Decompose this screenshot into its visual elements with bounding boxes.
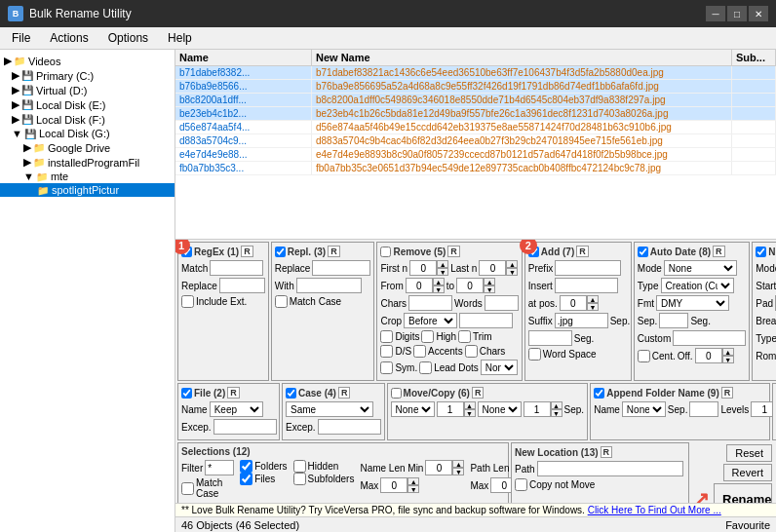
appendfolder-checkbox[interactable] [594,388,604,399]
regex-r-badge[interactable]: R [241,246,253,257]
selections-namelen-down[interactable]: ▼ [452,468,464,475]
selections-folders-check[interactable] [240,460,252,473]
tree-item-spotlight[interactable]: 📁spotlightPictur [0,183,175,197]
repl-r-badge[interactable]: R [328,246,340,257]
remove-chars-input[interactable] [408,295,452,311]
rename-button[interactable]: Rename [714,483,772,503]
autodate-off-input[interactable] [695,348,722,363]
remove-to-down[interactable]: ▼ [484,285,495,293]
movecopy-spin2-down[interactable]: ▼ [551,409,563,417]
remove-sym-check[interactable] [380,361,393,374]
tree-panel[interactable]: ▶📁Videos ▶💾Primary (C:) ▶💾Virtual (D:) ▶… [0,50,175,532]
tree-item-videos[interactable]: ▶📁Videos [0,54,175,68]
remove-crop-select[interactable]: BeforeAfter [404,313,457,328]
remove-lead-check[interactable] [419,361,432,374]
remove-digits-check[interactable] [380,330,393,343]
add-prefix-input[interactable] [555,260,621,276]
case-excep-input[interactable] [318,419,381,435]
add-atpos-down[interactable]: ▼ [587,303,599,311]
regex-include-ext-check[interactable] [181,295,194,308]
table-row[interactable]: fb0a7bb35c3... fb0a7bb35c3e0651d37b94ec5… [175,162,776,175]
add-atpos-up[interactable]: ▲ [587,295,599,303]
remove-first-up[interactable]: ▲ [437,260,448,268]
repl-with-input[interactable] [296,278,362,293]
tree-item-installed[interactable]: ▶📁installedProgramFil [0,155,175,170]
movecopy-spin2[interactable] [524,401,551,417]
movecopy-r-badge[interactable]: R [472,387,485,399]
table-row[interactable]: d56e874aa5f4... d56e874aa5f46b49e15ccdd6… [175,121,776,134]
case-checkbox[interactable] [286,388,296,399]
remove-checkbox[interactable] [380,247,391,257]
remove-r-badge[interactable]: R [447,246,460,257]
table-row[interactable]: b76ba9e8566... b76ba9e856695a52a4d68a8c9… [175,80,776,94]
appendfolder-sep-input[interactable] [689,401,718,417]
remove-high-check[interactable] [421,330,434,343]
revert-button[interactable]: Revert [723,464,772,481]
tree-item-mte[interactable]: ▼📁mte [0,170,175,183]
movecopy-spin2-up[interactable]: ▲ [551,401,563,409]
add-sep2-input[interactable] [528,330,572,346]
remove-trim-check[interactable] [458,330,471,343]
remove-words-input[interactable] [485,295,519,311]
add-r-badge[interactable]: R [576,246,589,257]
remove-ds-check[interactable] [380,345,393,358]
menu-help[interactable]: Help [160,29,200,47]
regex-match-input[interactable] [210,260,263,276]
remove-accents-check[interactable] [413,345,426,358]
selections-namemax-down[interactable]: ▼ [407,485,419,493]
maximize-button[interactable]: □ [727,6,747,21]
newlocation-r-badge[interactable]: R [601,446,613,458]
table-row[interactable]: be23eb4c1b2... be23eb4c1b26c5bda81e12d49… [175,107,776,121]
table-row[interactable]: b8c8200a1dff... b8c8200a1dff0c549869c346… [175,94,776,107]
autodate-type-select[interactable]: Creation (Cur... [661,278,734,293]
movecopy-spin1-up[interactable]: ▲ [464,401,476,409]
autodate-r-badge[interactable]: R [713,246,725,257]
remove-non-select[interactable]: Non [481,360,518,375]
autodate-fmt-select[interactable]: DMY [656,295,729,311]
reset-button[interactable]: Reset [726,444,772,462]
selections-subfolders-check[interactable] [293,473,306,485]
tree-item-primary-c[interactable]: ▶💾Primary (C:) [0,68,175,83]
promo-link[interactable]: Click Here To Find Out More ... [588,505,721,515]
autodate-cent-check[interactable] [638,350,650,362]
menu-file[interactable]: File [4,29,38,47]
repl-match-case-check[interactable] [275,295,288,308]
appendfolder-name-select[interactable]: None [622,401,666,417]
repl-replace-input[interactable] [312,260,370,276]
file-checkbox[interactable] [181,388,192,399]
table-row[interactable]: b71dabef8382... b71dabef83821ac1436c6e54… [175,66,776,80]
add-atpos-input[interactable] [560,295,587,311]
remove-last-down[interactable]: ▼ [506,268,518,276]
menu-options[interactable]: Options [100,29,156,47]
remove-first-input[interactable] [409,260,437,276]
remove-from-down[interactable]: ▼ [433,285,445,293]
remove-last-up[interactable]: ▲ [506,260,518,268]
movecopy-checkbox[interactable] [391,388,402,399]
newlocation-copymove-check[interactable] [515,478,527,491]
remove-chars-check[interactable] [465,345,478,358]
remove-from-input[interactable] [406,278,433,293]
autodate-off-down[interactable]: ▼ [722,356,734,363]
add-wordspace-check[interactable] [528,348,541,361]
selections-namelen-input[interactable] [425,460,452,475]
remove-crop-input[interactable] [459,313,513,328]
selections-namemax-input[interactable] [380,477,407,493]
autodate-mode-select[interactable]: None [664,260,737,276]
movecopy-select2[interactable]: None [478,401,522,417]
selections-filter-input[interactable] [205,460,234,475]
tree-item-local-f[interactable]: ▶💾Local Disk (F:) [0,112,175,127]
remove-to-up[interactable]: ▲ [484,278,495,285]
numbering-checkbox[interactable] [756,247,766,257]
file-r-badge[interactable]: R [227,387,240,399]
table-row[interactable]: e4e7d4e9e88... e4e7d4e9e8893b8c90a0f8057… [175,148,776,162]
regex-replace-input[interactable] [219,278,265,293]
selections-hidden-check[interactable] [293,460,306,473]
remove-first-down[interactable]: ▼ [437,268,448,276]
minimize-button[interactable]: ─ [706,6,725,21]
appendfolder-r-badge[interactable]: R [721,387,734,399]
autodate-custom-input[interactable] [673,330,746,346]
repl-checkbox[interactable] [275,247,286,257]
file-name-select[interactable]: KeepRemoveFixedReverse [210,401,263,417]
case-r-badge[interactable]: R [338,387,351,399]
autodate-sep-input[interactable] [659,313,688,328]
